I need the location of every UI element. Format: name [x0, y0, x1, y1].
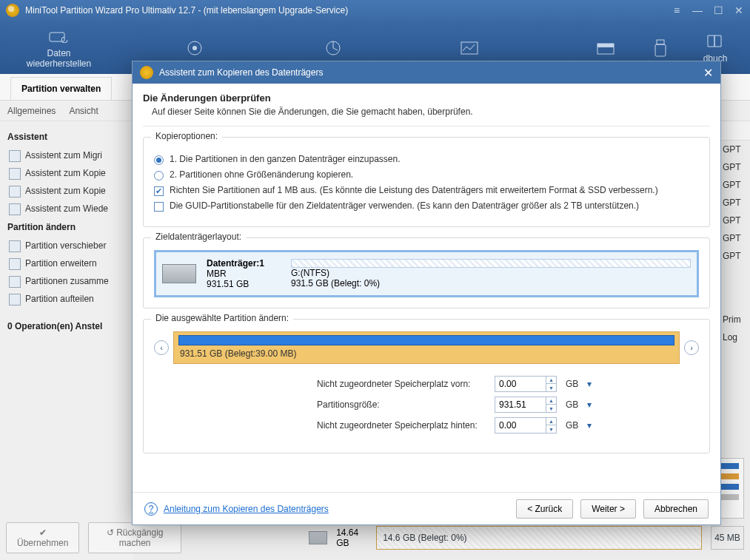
unit-dropdown-icon[interactable]: ▾: [587, 379, 592, 389]
spin-down-icon[interactable]: ▼: [546, 405, 556, 412]
checkbox-icon[interactable]: [154, 202, 164, 212]
option-fit-partitions[interactable]: 1. Die Partitionen in den ganzen Datentr…: [154, 154, 699, 165]
group-change-partition: Die ausgewählte Partition ändern: ‹ 931.…: [143, 319, 710, 453]
unit-dropdown-icon[interactable]: ▾: [587, 399, 592, 410]
radio-icon[interactable]: [154, 171, 164, 181]
spin-up-icon[interactable]: ▲: [546, 397, 556, 405]
spin-up-icon[interactable]: ▲: [546, 418, 556, 425]
partition-segment[interactable]: G:(NTFS) 931.5 GB (Belegt: 0%): [291, 259, 691, 289]
group-legend: Die ausgewählte Partition ändern:: [151, 313, 293, 323]
disk-meta: Datenträger:1 MBR 931.51 GB: [207, 258, 281, 289]
spin-down-icon[interactable]: ▼: [546, 384, 556, 391]
spin-down-icon[interactable]: ▼: [546, 425, 556, 433]
slider-partition-bar[interactable]: 931.51 GB (Belegt:39.00 MB): [173, 331, 680, 364]
disk-icon: [162, 264, 196, 283]
unalloc-before-input[interactable]: [495, 377, 546, 391]
partition-size-input[interactable]: [495, 398, 546, 411]
group-legend: Kopieroptionen:: [151, 131, 222, 141]
option-copy-no-resize[interactable]: 2. Partitionen ohne Größenänderung kopie…: [154, 169, 699, 181]
spinner-partition-size[interactable]: ▲▼: [495, 397, 557, 413]
field-unalloc-after: Nicht zugeordneter Speicherplatz hinten:…: [317, 417, 699, 434]
slider-handle[interactable]: [178, 335, 674, 345]
help-link[interactable]: ? Anleitung zum Kopieren des Datenträger…: [144, 502, 329, 516]
option-use-gpt[interactable]: Die GUID-Partitionstabelle für den Zield…: [154, 200, 699, 212]
group-legend: Zieldatenträgerlayout:: [151, 232, 246, 242]
dialog-title: Assistent zum Kopieren des Datenträgers: [159, 67, 323, 78]
field-unalloc-before: Nicht zugeordneter Speicherplatz vorn: ▲…: [317, 376, 699, 392]
checkbox-icon[interactable]: ✔: [154, 186, 164, 196]
dialog-footer: ? Anleitung zum Kopieren des Datenträger…: [133, 492, 720, 524]
dialog-title-bar: Assistent zum Kopieren des Datenträgers …: [133, 61, 720, 84]
cancel-button[interactable]: Abbrechen: [643, 499, 709, 519]
field-partition-size: Partitionsgröße: ▲▼ GB ▾: [317, 397, 699, 413]
slider-next-icon[interactable]: ›: [684, 340, 699, 355]
unalloc-after-input[interactable]: [495, 419, 546, 432]
option-align-1mb[interactable]: ✔ Richten Sie Partitionen auf 1 MB aus. …: [154, 185, 699, 196]
group-target-layout: Zieldatenträgerlayout: Datenträger:1 MBR…: [143, 237, 710, 308]
spin-up-icon[interactable]: ▲: [546, 377, 556, 384]
dialog-close-icon[interactable]: ✕: [703, 66, 713, 80]
dialog-heading: Die Änderungen überprüfen: [143, 92, 710, 104]
radio-icon[interactable]: [154, 155, 164, 165]
copy-disk-wizard-dialog: Assistent zum Kopieren des Datenträgers …: [132, 61, 721, 525]
back-button[interactable]: < Zurück: [516, 499, 573, 519]
slider-prev-icon[interactable]: ‹: [154, 340, 169, 355]
partition-slider: ‹ 931.51 GB (Belegt:39.00 MB) ›: [154, 331, 699, 364]
group-copy-options: Kopieroptionen: 1. Die Partitionen in de…: [143, 137, 710, 227]
dialog-subheading: Auf dieser Seite können Sie die Änderung…: [152, 107, 710, 117]
spinner-unalloc-after[interactable]: ▲▼: [495, 417, 557, 434]
unit-dropdown-icon[interactable]: ▾: [587, 420, 592, 431]
help-icon: ?: [144, 502, 158, 516]
next-button[interactable]: Weiter >: [580, 499, 636, 519]
app-logo-icon: [140, 66, 153, 79]
target-disk-row[interactable]: Datenträger:1 MBR 931.51 GB G:(NTFS) 931…: [154, 250, 699, 297]
spinner-unalloc-before[interactable]: ▲▼: [495, 376, 557, 392]
